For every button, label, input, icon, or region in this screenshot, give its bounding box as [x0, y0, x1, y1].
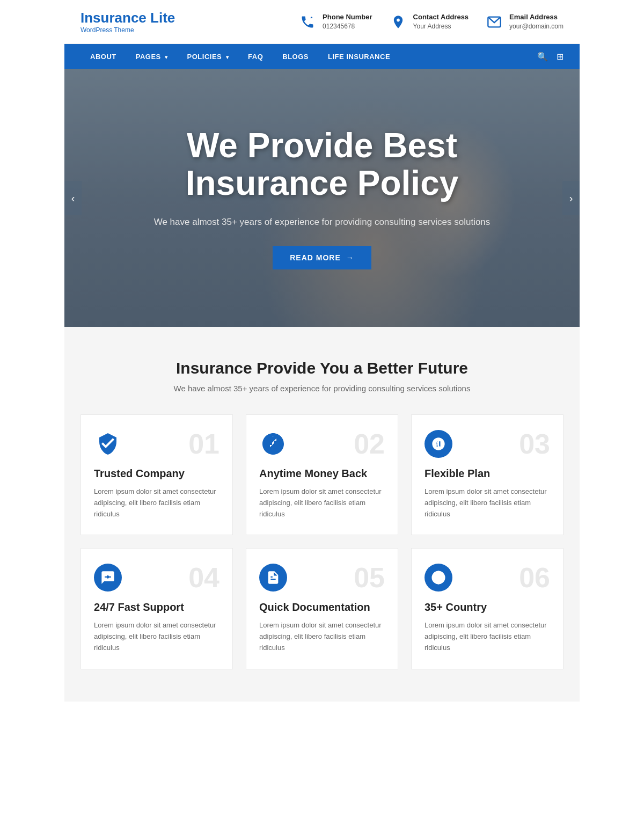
documentation-icon: [259, 564, 287, 592]
feature-card-2-top: 02: [259, 430, 385, 458]
phone-value: 012345678: [323, 23, 355, 30]
feature-card-1-desc: Lorem ipsum dolor sit amet consectetur a…: [94, 486, 219, 520]
phone-info: Phone Number 012345678: [323, 13, 372, 31]
phone-label: Phone Number: [323, 13, 372, 21]
email-label: Email Address: [509, 13, 564, 21]
email-info: Email Address your@domain.com: [509, 13, 564, 31]
feature-card-2-number: 02: [354, 430, 385, 458]
logo[interactable]: Insurance Lite WordPress Theme: [80, 10, 175, 34]
feature-card-2: 02 Anytime Money Back Lorem ipsum dolor …: [246, 414, 398, 535]
feature-card-4: 04 24/7 Fast Support Lorem ipsum dolor s…: [80, 548, 233, 669]
search-icon[interactable]: 🔍: [537, 52, 548, 62]
header-contacts: Phone Number 012345678 Contact Address Y…: [298, 12, 564, 32]
nav-link-pages[interactable]: PAGES ▾: [126, 44, 178, 69]
feature-card-5-title: Quick Documentation: [259, 601, 385, 614]
features-title: Insurance Provide You a Better Future: [80, 359, 564, 377]
email-icon: [485, 12, 504, 32]
logo-title: Insurance Lite: [80, 10, 175, 26]
fast-support-icon: [94, 564, 122, 592]
svg-text:A: A: [434, 439, 440, 449]
hero-read-more-button[interactable]: READ MORE →: [273, 246, 371, 269]
trusted-company-icon: [94, 430, 122, 458]
address-info: Contact Address Your Address: [413, 13, 469, 31]
feature-card-1-number: 01: [188, 430, 219, 458]
nav-item-blogs[interactable]: BLOGS: [273, 44, 318, 69]
nav-right: 🔍 ⊞: [537, 52, 564, 62]
money-back-icon: [259, 430, 287, 458]
contact-address: Contact Address Your Address: [389, 12, 469, 32]
features-grid: 01 Trusted Company Lorem ipsum dolor sit…: [80, 414, 564, 669]
nav-link-about[interactable]: ABOUT: [80, 44, 126, 69]
feature-card-5-desc: Lorem ipsum dolor sit amet consectetur a…: [259, 620, 385, 653]
feature-card-4-top: 04: [94, 564, 219, 592]
features-section: Insurance Provide You a Better Future We…: [64, 327, 580, 702]
nav-link-faq[interactable]: FAQ: [238, 44, 273, 69]
feature-card-1-title: Trusted Company: [94, 468, 219, 480]
feature-card-3-title: Flexible Plan: [425, 468, 550, 480]
feature-card-1: 01 Trusted Company Lorem ipsum dolor sit…: [80, 414, 233, 535]
nav-item-about[interactable]: ABOUT: [80, 44, 126, 69]
country-icon: [425, 564, 452, 592]
grid-icon[interactable]: ⊞: [557, 52, 564, 62]
address-label: Contact Address: [413, 13, 469, 21]
feature-card-5-number: 05: [354, 564, 385, 592]
hero-btn-label: READ MORE: [290, 253, 341, 262]
nav-link-life-insurance[interactable]: LIFE INSURANCE: [318, 44, 400, 69]
feature-card-5: 05 Quick Documentation Lorem ipsum dolor…: [246, 548, 398, 669]
contact-email: Email Address your@domain.com: [485, 12, 564, 32]
location-icon: [389, 12, 408, 32]
logo-subtitle: WordPress Theme: [80, 26, 175, 34]
phone-icon: [298, 12, 317, 32]
feature-card-2-title: Anytime Money Back: [259, 468, 385, 480]
feature-card-6-top: 06: [425, 564, 550, 592]
feature-card-6-number: 06: [519, 564, 550, 592]
nav-item-life-insurance[interactable]: LIFE INSURANCE: [318, 44, 400, 69]
feature-card-5-top: 05: [259, 564, 385, 592]
contact-phone: Phone Number 012345678: [298, 12, 372, 32]
hero-section: ‹ We Provide Best Insurance Policy We ha…: [64, 69, 580, 327]
feature-card-3-number: 03: [519, 430, 550, 458]
navbar: ABOUT PAGES ▾ POLICIES ▾ FAQ BLOGS LIFE …: [64, 44, 580, 69]
hero-subtitle: We have almost 35+ years of experience f…: [145, 215, 499, 229]
flexible-plan-icon: A: [425, 430, 452, 458]
email-value: your@domain.com: [509, 23, 564, 30]
feature-card-4-title: 24/7 Fast Support: [94, 601, 219, 614]
feature-card-3: A 03 Flexible Plan Lorem ipsum dolor sit…: [411, 414, 564, 535]
nav-item-policies[interactable]: POLICIES ▾: [178, 44, 238, 69]
feature-card-6-title: 35+ Country: [425, 601, 550, 614]
nav-link-blogs[interactable]: BLOGS: [273, 44, 318, 69]
nav-link-policies[interactable]: POLICIES ▾: [178, 44, 238, 69]
header: Insurance Lite WordPress Theme Phone Num…: [64, 0, 580, 44]
slide-arrow-right[interactable]: ›: [562, 181, 580, 215]
hero-title: We Provide Best Insurance Policy: [145, 127, 499, 202]
feature-card-4-number: 04: [188, 564, 219, 592]
hero-content: We Provide Best Insurance Policy We have…: [134, 127, 510, 269]
hero-btn-arrow: →: [346, 253, 354, 262]
feature-card-1-top: 01: [94, 430, 219, 458]
feature-card-6-desc: Lorem ipsum dolor sit amet consectetur a…: [425, 620, 550, 653]
feature-card-6: 06 35+ Country Lorem ipsum dolor sit ame…: [411, 548, 564, 669]
policies-arrow: ▾: [224, 54, 229, 60]
nav-item-pages[interactable]: PAGES ▾: [126, 44, 178, 69]
feature-card-2-desc: Lorem ipsum dolor sit amet consectetur a…: [259, 486, 385, 520]
nav-links: ABOUT PAGES ▾ POLICIES ▾ FAQ BLOGS LIFE …: [80, 44, 400, 69]
address-value: Your Address: [413, 23, 451, 30]
feature-card-3-top: A 03: [425, 430, 550, 458]
feature-card-3-desc: Lorem ipsum dolor sit amet consectetur a…: [425, 486, 550, 520]
pages-arrow: ▾: [163, 54, 168, 60]
slide-arrow-left[interactable]: ‹: [64, 181, 82, 215]
nav-item-faq[interactable]: FAQ: [238, 44, 273, 69]
features-subtitle: We have almost 35+ years of experience f…: [80, 384, 564, 393]
feature-card-4-desc: Lorem ipsum dolor sit amet consectetur a…: [94, 620, 219, 653]
